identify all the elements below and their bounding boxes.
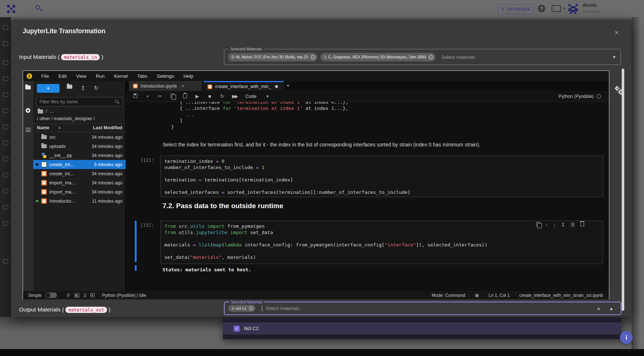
cell-type-select[interactable]: Code ▼ (245, 94, 269, 99)
upload-icon[interactable]: ↥ (81, 85, 85, 91)
code-cell-12[interactable]: termination_index = 0 number_of_interfac… (160, 156, 603, 197)
insert-below-icon[interactable]: ↧ (561, 222, 565, 227)
output-materials-select[interactable]: Selected Materials 0: Ni3 C2 × Select ma… (224, 302, 621, 315)
sidebar-icon[interactable] (3, 189, 8, 194)
insert-cell-icon[interactable]: + (145, 93, 150, 99)
cursor-position[interactable]: Ln 1, Col 1 (489, 293, 510, 298)
file-row-introduction[interactable]: Introductio... 11 minutes ago (33, 196, 126, 206)
new-tab-icon[interactable]: + (286, 82, 290, 88)
chip-remove-icon[interactable]: × (310, 54, 316, 60)
table-of-contents-icon[interactable] (26, 128, 31, 132)
chip-remove-icon[interactable]: × (428, 54, 434, 60)
menu-help[interactable]: Help (179, 73, 198, 79)
menu-settings[interactable]: Settings (152, 73, 179, 79)
column-name[interactable]: Name (37, 125, 49, 130)
dropdown-option-ni3c2[interactable]: ✓ Ni3 C2 (223, 322, 621, 334)
sidebar-icon[interactable] (3, 108, 8, 113)
chip-remove-icon[interactable]: × (249, 306, 254, 311)
running-sessions-icon[interactable] (26, 108, 30, 113)
sidebar-icon[interactable] (3, 25, 8, 30)
save-icon[interactable] (132, 93, 138, 99)
kernel-indicator[interactable]: Python (Pyodide) (559, 91, 601, 102)
sidebar-icon[interactable] (3, 221, 8, 226)
console-icon[interactable]: ›_ (552, 5, 561, 12)
move-up-icon[interactable]: ↑ (545, 222, 548, 227)
terminals-count[interactable]: 0 (67, 293, 70, 298)
checkbox-checked-icon[interactable]: ✓ (234, 326, 240, 332)
upgrade-button[interactable]: ↥ UPGRADE (498, 4, 534, 14)
chevron-up-icon[interactable]: ▲ (609, 306, 613, 311)
command-mode-indicator[interactable]: Mode: Command (432, 293, 465, 298)
info-button[interactable]: i (620, 331, 633, 344)
file-row-init-py[interactable]: __init__.py 34 minutes ago (33, 151, 126, 160)
breadcrumb[interactable]: / … (38, 109, 54, 114)
kernels-count[interactable]: 2 (84, 293, 86, 298)
cut-icon[interactable]: ✂ (157, 93, 163, 99)
paste-icon[interactable] (182, 93, 188, 99)
sidebar-icon[interactable] (3, 259, 8, 264)
file-filter-input[interactable] (37, 97, 110, 106)
close-icon[interactable]: × (612, 28, 621, 37)
insert-menu-icon[interactable]: ☰ (571, 222, 575, 227)
stop-icon[interactable]: ■ (207, 93, 213, 99)
chevron-down-icon[interactable]: ▼ (612, 55, 616, 59)
menu-tabs[interactable]: Tabs (133, 73, 152, 79)
column-last-modified[interactable]: Last Modified (93, 125, 122, 130)
notebook-content[interactable]: { ...interface for 'termination at index… (126, 102, 609, 291)
user-avatar[interactable] (567, 3, 579, 15)
tab-introduction[interactable]: Introduction.ipynb × (129, 81, 202, 91)
file-row-create-int[interactable]: create_int... 34 minutes ago (33, 169, 126, 178)
material-chip[interactable]: 0: Ni3 C2 × (228, 305, 255, 312)
file-row-uploads[interactable]: uploads 34 minutes ago (33, 142, 126, 151)
run-icon[interactable]: ▶ (194, 93, 200, 99)
menu-file[interactable]: File (37, 73, 54, 79)
move-down-icon[interactable]: ↓ (553, 222, 556, 227)
trust-shield-icon[interactable]: ⊗ (475, 292, 479, 298)
sidebar-icon[interactable] (3, 173, 8, 177)
sidebar-icon[interactable] (3, 141, 8, 145)
sort-ascending-icon[interactable]: ▲ (58, 126, 61, 129)
input-materials-select[interactable]: Selected Materials 0: Ni, Nickel, FCC (F… (224, 49, 621, 65)
tab-create-interface[interactable]: create_interface_with_min_ (203, 81, 284, 91)
restart-run-all-icon[interactable]: ▶▶ (232, 93, 237, 99)
restart-kernel-icon[interactable]: ↻ (219, 93, 225, 99)
simple-mode-toggle[interactable] (45, 292, 57, 298)
menu-kernel[interactable]: Kernel (109, 73, 133, 79)
delete-cell-icon[interactable] (580, 222, 584, 227)
file-row-src[interactable]: src 34 minutes ago (33, 133, 126, 142)
sidebar-icon[interactable] (3, 125, 8, 129)
home-folder-icon[interactable] (38, 110, 43, 114)
new-folder-icon[interactable] (67, 85, 72, 89)
copy-icon[interactable] (169, 93, 175, 99)
refresh-icon[interactable]: ↻ (94, 85, 99, 91)
active-cell-collapser[interactable] (135, 221, 137, 262)
terminal-icon[interactable]: $_ (74, 293, 80, 298)
clear-icon[interactable]: × (597, 305, 600, 311)
file-row-import-ma[interactable]: import_ma... 34 minutes ago (33, 178, 126, 187)
menu-run[interactable]: Run (91, 73, 109, 79)
menu-edit[interactable]: Edit (54, 73, 71, 79)
breadcrumb-path[interactable]: / other / materials_designer / (37, 116, 95, 121)
kernel-chip-icon[interactable] (91, 293, 95, 297)
search-icon[interactable] (35, 5, 42, 12)
duplicate-cell-icon[interactable] (536, 222, 540, 227)
sidebar-icon[interactable] (3, 41, 8, 46)
file-row-create-int-selected[interactable]: create_int... 5 minutes ago (33, 160, 126, 169)
file-row-import-ma[interactable]: import_ma... 34 minutes ago (33, 187, 126, 196)
menu-view[interactable]: View (71, 73, 91, 79)
sidebar-icon[interactable] (3, 157, 8, 161)
tab-close-icon[interactable]: × (182, 83, 184, 89)
help-icon[interactable]: ? (538, 5, 545, 12)
status-filename[interactable]: create_interface_with_min_strain_zsl.ipy… (519, 293, 603, 298)
active-output-collapser[interactable] (135, 265, 137, 271)
console-caret-icon[interactable] (563, 8, 566, 9)
material-chip[interactable]: 0: Ni, Nickel, FCC (Fm-3m) 3D (Bulk), mp… (228, 53, 317, 61)
sidebar-icon[interactable] (3, 60, 8, 65)
sidebar-icon[interactable] (3, 92, 8, 97)
new-launcher-button[interactable]: + (37, 84, 60, 93)
brand-logo-icon[interactable] (6, 3, 17, 14)
sidebar-icon[interactable] (3, 76, 8, 81)
kernel-status-text[interactable]: Python (Pyodide) | Idle (102, 293, 146, 298)
unsaved-changes-icon[interactable] (275, 85, 278, 88)
dialog-scrollbar[interactable] (622, 69, 624, 311)
